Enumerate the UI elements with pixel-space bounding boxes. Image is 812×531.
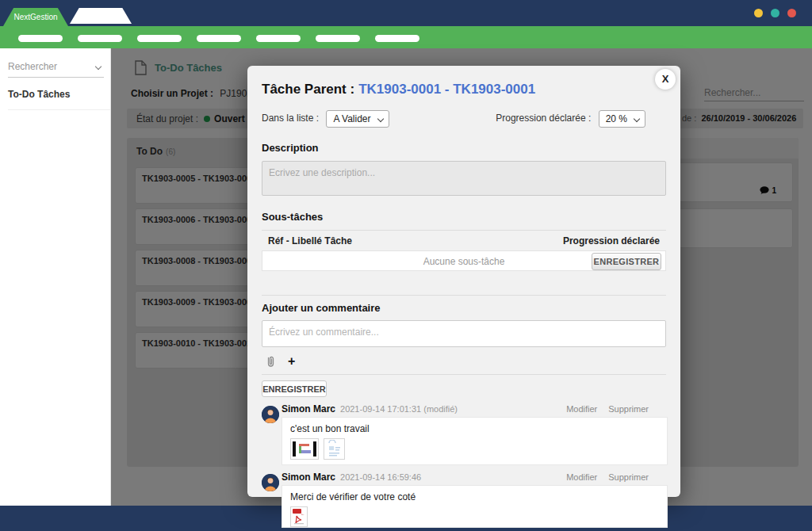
app-window: NextGestion Rechercher To-Do Tâches [0, 0, 812, 531]
chevron-down-icon [634, 116, 640, 122]
pdf-attachment-thumbnail[interactable] [290, 506, 308, 527]
comment-author: Simon Marc [282, 472, 335, 483]
avatar [262, 406, 279, 423]
comment-author: Simon Marc [282, 403, 335, 414]
paperclip-icon[interactable] [265, 355, 277, 368]
window-close-button[interactable] [787, 9, 796, 17]
sidebar-search-placeholder: Rechercher [8, 61, 57, 72]
modal-title-label: Tâche Parent : [262, 82, 354, 97]
comment-body: Merci de vérifier de votre coté [282, 485, 668, 528]
window-maximize-button[interactable] [771, 9, 779, 17]
brand-tab[interactable]: NextGestion [3, 8, 68, 26]
comment-delete-link[interactable]: Supprimer [608, 472, 649, 482]
sidebar: Rechercher To-Do Tâches [0, 48, 111, 506]
nav-pill[interactable] [375, 35, 419, 42]
description-heading: Description [262, 142, 666, 154]
chevron-down-icon [95, 63, 102, 70]
comment-item: Simon Marc 2021-09-14 17:01:31 (modifié)… [262, 403, 666, 465]
comment-delete-link[interactable]: Supprimer [608, 404, 649, 414]
sidebar-search-dropdown[interactable]: Rechercher [8, 61, 104, 78]
comment-timestamp: 2021-09-14 17:01:31 (modifié) [340, 404, 458, 414]
comment-save-button[interactable]: ENREGISTRER [262, 380, 327, 397]
nav-pill[interactable] [316, 35, 360, 42]
avatar [262, 474, 279, 491]
blank-tab[interactable] [70, 8, 132, 24]
nav-pill[interactable] [78, 35, 122, 42]
comment-text: Merci de vérifier de votre coté [290, 491, 659, 502]
add-comment-heading: Ajouter un commentaire [262, 302, 666, 314]
list-select-value: A Valider [333, 113, 370, 124]
list-label: Dans la liste : [262, 113, 319, 124]
save-button[interactable]: ENREGISTRER [592, 253, 661, 270]
modal-title: Tâche Parent :TK1903-0001 - TK1903-0001 [262, 82, 666, 97]
subtasks-col-ref: Réf - Libellé Tâche [268, 235, 352, 246]
comment-text: c'est un bon travail [290, 423, 659, 434]
window-minimize-button[interactable] [754, 9, 763, 17]
progress-select-value: 20 % [606, 113, 627, 124]
nav-pill[interactable] [197, 35, 241, 42]
close-icon[interactable]: X [655, 69, 676, 90]
nav-pill[interactable] [256, 35, 301, 42]
progress-select[interactable]: 20 % [599, 110, 645, 128]
chevron-down-icon [377, 116, 383, 122]
comment-edit-link[interactable]: Modifier [566, 472, 597, 482]
document-attachment-thumbnail[interactable] [324, 438, 345, 460]
chart-image-attachment-thumbnail[interactable] [290, 438, 319, 460]
comment-timestamp: 2021-09-14 16:59:46 [340, 472, 421, 482]
modal-title-task-ref: TK1903-0001 - TK1903-0001 [358, 82, 535, 97]
add-attachment-icon[interactable]: + [288, 356, 295, 367]
comment-textarea[interactable] [262, 320, 666, 347]
comment-body: c'est un bon travail [282, 417, 668, 465]
comment-edit-link[interactable]: Modifier [566, 404, 597, 414]
progress-label: Progression déclarée : [496, 113, 591, 124]
nav-pill[interactable] [137, 35, 182, 42]
list-select[interactable]: A Valider [326, 110, 389, 128]
window-buttons [754, 9, 796, 17]
nav-pill[interactable] [18, 35, 63, 42]
sidebar-item-todo-taches[interactable]: To-Do Tâches [8, 89, 110, 110]
task-modal: X Tâche Parent :TK1903-0001 - TK1903-000… [247, 66, 680, 497]
window-titlebar: NextGestion [0, 0, 812, 26]
main-navbar [0, 26, 812, 48]
subtasks-heading: Sous-tâches [262, 211, 666, 223]
description-textarea[interactable] [262, 161, 666, 196]
comment-item: Simon Marc 2021-09-14 16:59:46 Modifier … [262, 472, 666, 528]
subtasks-col-progress: Progression déclarée [563, 235, 660, 246]
